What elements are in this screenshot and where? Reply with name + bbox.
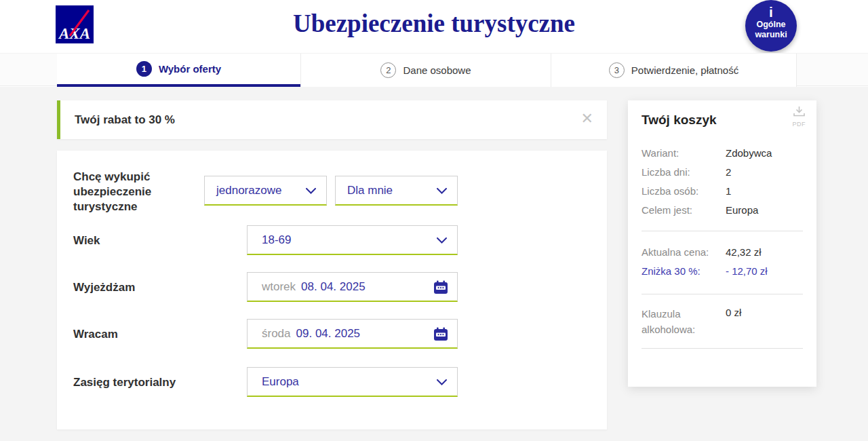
return-date-field[interactable]: środa 09. 04. 2025: [247, 319, 458, 349]
frequency-select[interactable]: jednorazowe: [204, 176, 327, 206]
cart-row-variant: Wariant: Zdobywca: [642, 147, 804, 159]
cart-summary-list: Wariant: Zdobywca Liczba dni: 2 Liczba o…: [642, 147, 804, 223]
territory-label: Zasięg terytorialny: [73, 376, 176, 389]
age-label: Wiek: [73, 234, 100, 248]
departure-date-field[interactable]: wtorek 08. 04. 2025: [247, 272, 458, 302]
header: AXA Ubezpieczenie turystyczne i Ogólne w…: [0, 0, 868, 53]
wizard-steps: 1 Wybór oferty 2 Dane osobowe 3 Potwierd…: [0, 53, 868, 86]
step-3-label: Potwierdzenie, płatność: [631, 64, 738, 76]
territory-value: Europa: [262, 375, 299, 389]
departure-date: 08. 04. 2025: [301, 280, 366, 294]
purchase-label: Chcę wykupić ubezpieczenie turystyczne: [73, 170, 182, 214]
age-value: 18-69: [262, 233, 291, 247]
chevron-down-icon: [437, 188, 447, 194]
cart-row-destination: Celem jest: Europa: [642, 204, 804, 216]
recipient-select[interactable]: Dla mnie: [335, 176, 458, 206]
divider: [642, 231, 803, 231]
step-1-label: Wybór oferty: [159, 63, 221, 75]
age-select[interactable]: 18-69: [247, 225, 458, 255]
cart-panel: Twój koszyk PDF Wariant: Zdobywca Liczba…: [628, 100, 816, 387]
travel-insurance-page: AXA Ubezpieczenie turystyczne i Ogólne w…: [0, 0, 868, 441]
tab-potwierdzenie-platnosc[interactable]: 3 Potwierdzenie, płatność: [551, 54, 797, 87]
download-icon: [793, 106, 806, 117]
cart-row-discount: Zniżka 30 %: - 12,70 zł: [642, 265, 804, 277]
info-icon: i: [769, 5, 773, 20]
frequency-value: jednorazowe: [216, 184, 281, 197]
cart-row-persons: Liczba osób: 1: [642, 185, 804, 197]
territory-select[interactable]: Europa: [247, 367, 458, 397]
cart-title: Twój koszyk: [642, 113, 717, 128]
tab-dane-osobowe[interactable]: 2 Dane osobowe: [300, 54, 551, 87]
offer-form: Chcę wykupić ubezpieczenie turystyczne j…: [57, 151, 607, 429]
cart-row-current-price: Aktualna cena: 42,32 zł: [642, 246, 804, 258]
departure-label: Wyjeżdżam: [73, 281, 135, 294]
general-terms-label: Ogólne warunki: [755, 20, 787, 40]
cart-row-alcohol-clause: Klauzula alkoholowa: 0 zł: [642, 306, 804, 343]
return-label: Wracam: [73, 328, 118, 341]
divider: [642, 348, 803, 349]
recipient-value: Dla mnie: [347, 184, 393, 197]
tab-wybor-oferty[interactable]: 1 Wybór oferty: [57, 54, 300, 87]
return-weekday: środa: [262, 327, 291, 341]
cart-row-days: Liczba dni: 2: [642, 166, 804, 178]
step-2-badge: 2: [380, 62, 396, 78]
download-pdf-button[interactable]: PDF: [793, 106, 806, 128]
page-title: Ubezpieczenie turystyczne: [0, 9, 868, 38]
discount-banner-text: Twój rabat to 30 %: [75, 113, 175, 127]
discount-banner: Twój rabat to 30 % ✕: [57, 100, 607, 139]
cart-price-rows: Aktualna cena: 42,32 zł Zniżka 30 %: - 1…: [642, 246, 804, 284]
divider: [642, 294, 803, 294]
general-terms-button[interactable]: i Ogólne warunki: [745, 0, 797, 52]
chevron-down-icon: [306, 188, 316, 194]
step-1-badge: 1: [136, 61, 152, 77]
pdf-label: PDF: [793, 121, 806, 128]
chevron-down-icon: [437, 237, 447, 244]
return-date: 09. 04. 2025: [296, 327, 361, 341]
calendar-icon[interactable]: [433, 280, 448, 294]
calendar-icon[interactable]: [433, 327, 448, 341]
close-icon[interactable]: ✕: [578, 109, 596, 129]
departure-weekday: wtorek: [262, 280, 296, 294]
chevron-down-icon: [437, 379, 447, 385]
step-2-label: Dane osobowe: [403, 64, 471, 76]
step-3-badge: 3: [609, 62, 625, 78]
